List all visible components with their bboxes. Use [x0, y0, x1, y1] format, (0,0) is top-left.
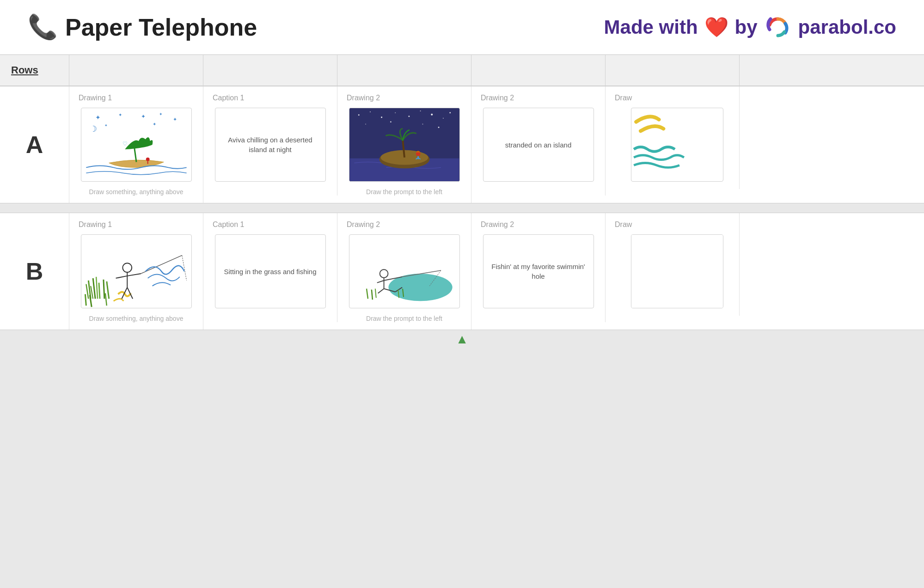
svg-point-14	[369, 111, 370, 112]
row-b-label: B	[0, 213, 69, 330]
svg-line-36	[99, 283, 100, 299]
svg-point-17	[408, 116, 410, 117]
b1-label: Drawing 1	[79, 220, 112, 229]
section-separator-1	[0, 203, 924, 213]
a2-hint: Draw the prompt to the left	[366, 188, 442, 196]
b1-drawing	[81, 235, 191, 308]
svg-line-63	[367, 289, 368, 299]
b-caption1-text: Sitting in the grass and fishing	[219, 267, 321, 276]
svg-point-16	[395, 112, 396, 113]
b2-drawing	[349, 235, 459, 308]
svg-text:☽: ☽	[90, 124, 97, 134]
svg-text:✦: ✦	[173, 116, 177, 122]
row-b-col-4: Drawing 2 Fishin' at my favorite swimmin…	[471, 213, 606, 322]
svg-line-42	[85, 294, 86, 306]
b3-drawing	[631, 235, 723, 308]
row-a-section: A Drawing 1 ✦ ✦ ✦ ✦ ✦ ✦ ✦	[0, 86, 924, 203]
svg-line-64	[371, 290, 372, 300]
by-text: by	[735, 16, 758, 38]
svg-point-22	[365, 124, 366, 125]
row-a-col-3: Drawing 2	[337, 86, 471, 203]
row-a-col-5: Draw	[606, 86, 740, 189]
rows-label-cell: Rows	[0, 55, 69, 86]
svg-point-20	[442, 118, 443, 119]
title-text: Paper Telephone	[65, 13, 257, 41]
col-header-5	[606, 55, 740, 86]
b-drawing2b-label: Drawing 2	[481, 220, 514, 229]
row-a-col-2: Caption 1 Aviva chilling on a deserted i…	[203, 86, 337, 196]
svg-point-19	[431, 114, 433, 116]
svg-text:✦: ✦	[141, 113, 145, 120]
svg-point-24	[422, 124, 423, 125]
a1-drawing: ✦ ✦ ✦ ✦ ✦ ✦ ✦ ☽	[81, 108, 191, 181]
svg-line-58	[378, 289, 384, 294]
row-b-col-5: Draw	[606, 213, 740, 316]
b-drawing2-label: Drawing 2	[347, 220, 380, 229]
b2-drawing-box	[349, 234, 460, 308]
row-a-col-4: Drawing 2 stranded on an island	[471, 86, 606, 196]
row-b-col-1: Drawing 1	[69, 213, 203, 330]
brand-name: parabol.co	[798, 16, 896, 38]
heart-icon: ❤️	[704, 16, 728, 38]
svg-line-40	[96, 277, 98, 299]
svg-text:✦: ✦	[159, 112, 163, 116]
bottom-area: ▲	[0, 330, 924, 349]
row-a-label: A	[0, 86, 69, 203]
svg-line-51	[122, 288, 127, 299]
svg-point-54	[379, 270, 388, 278]
row-b-section: B Drawing 1	[0, 213, 924, 330]
b1-hint: Draw something, anything above	[89, 315, 184, 322]
svg-point-21	[449, 112, 451, 113]
a-caption2-box: stranded on an island	[483, 108, 594, 182]
brand-tagline: Made with ❤️ by parabol.co	[604, 13, 896, 41]
telephone-emoji: 📞	[28, 13, 58, 41]
made-with-text: Made with	[604, 16, 698, 38]
a3-drawing	[631, 108, 723, 181]
b-caption2-box: Fishin' at my favorite swimmin' hole	[483, 234, 594, 308]
col-header-1	[69, 55, 203, 86]
a-draw-label: Draw	[615, 94, 632, 102]
svg-point-23	[390, 121, 391, 122]
scroll-down-icon: ▲	[456, 332, 469, 347]
col-header-2	[203, 55, 337, 86]
svg-text:✦: ✦	[152, 122, 156, 127]
row-a-grid: A Drawing 1 ✦ ✦ ✦ ✦ ✦ ✦ ✦	[0, 86, 924, 203]
parabol-logo-icon	[764, 13, 792, 41]
a1-drawing-box: ✦ ✦ ✦ ✦ ✦ ✦ ✦ ☽	[81, 108, 192, 182]
svg-text:✦: ✦	[118, 112, 122, 117]
row-a-col-1: Drawing 1 ✦ ✦ ✦ ✦ ✦ ✦ ✦ ☽	[69, 86, 203, 203]
rows-header-row: Rows	[0, 55, 924, 86]
b-caption1-box: Sitting in the grass and fishing	[215, 234, 326, 308]
svg-line-35	[93, 278, 95, 299]
app-title: 📞 Paper Telephone	[28, 13, 257, 41]
a-caption2-text: stranded on an island	[501, 140, 576, 150]
letter-a: A	[26, 131, 43, 159]
svg-line-37	[86, 284, 88, 299]
row-b-col-2: Caption 1 Sitting in the grass and fishi…	[203, 213, 337, 322]
svg-text:✦: ✦	[104, 123, 107, 128]
a1-hint: Draw something, anything above	[89, 188, 184, 196]
svg-point-9	[146, 158, 149, 161]
svg-point-15	[381, 116, 382, 118]
rows-label: Rows	[11, 64, 38, 76]
a-drawing2b-label: Drawing 2	[481, 94, 514, 102]
row-b-grid: B Drawing 1	[0, 213, 924, 330]
col-header-4	[471, 55, 606, 86]
a-caption1-text: Aviva chilling on a deserted island at n…	[215, 135, 325, 154]
b-draw-label: Draw	[615, 220, 632, 229]
a-caption1-box: Aviva chilling on a deserted island at n…	[215, 108, 326, 182]
grid-container: Rows A Drawing 1 ✦ ✦ ✦	[0, 55, 924, 349]
a2-drawing	[349, 108, 459, 181]
a-drawing2-label: Drawing 2	[347, 94, 380, 102]
a-caption1-label: Caption 1	[213, 94, 245, 102]
row-b-col-3: Drawing 2	[337, 213, 471, 330]
svg-line-65	[375, 289, 376, 298]
svg-text:♡: ♡	[122, 141, 128, 147]
a2-drawing-box	[349, 108, 460, 182]
col-header-3	[337, 55, 471, 86]
svg-text:✦: ✦	[95, 114, 101, 121]
svg-line-48	[127, 274, 141, 276]
b-caption1-label: Caption 1	[213, 220, 245, 229]
svg-line-43	[90, 295, 92, 307]
b-caption2-text: Fishin' at my favorite swimmin' hole	[483, 262, 594, 281]
